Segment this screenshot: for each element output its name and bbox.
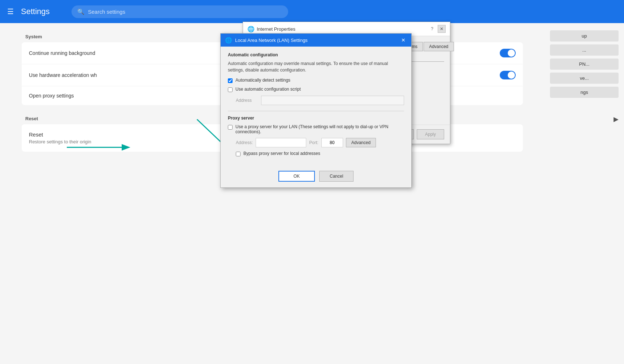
window-controls: ? ✕ (428, 25, 446, 33)
lan-dialog-titlebar: 🌐 Local Area Network (LAN) Settings ✕ (221, 34, 411, 47)
lan-dialog-title-text: Local Area Network (LAN) Settings (235, 38, 308, 43)
divider (228, 111, 404, 111)
auto-script-label: Use automatic configuration script (235, 87, 301, 92)
settings-right-panel: up ... PN... ve... ngs ▶ (545, 23, 624, 364)
auto-script-row: Use automatic configuration script (228, 87, 404, 92)
auto-script-checkbox[interactable] (228, 87, 233, 92)
address-label: Address (236, 98, 257, 103)
search-bar[interactable]: 🔍 Search settings (72, 5, 288, 18)
expand-icon[interactable]: ▶ (614, 115, 619, 123)
proxy-use-row: Use a proxy server for your LAN (These s… (228, 124, 404, 134)
bypass-label: Bypass proxy server for local addresses (243, 151, 320, 156)
close-win-btn[interactable]: ✕ (438, 25, 446, 33)
address-input[interactable] (261, 96, 404, 105)
right-btn-4[interactable]: ve... (550, 73, 619, 84)
right-btn-1[interactable]: up (550, 30, 619, 42)
ie-icon: 🌐 (247, 26, 255, 32)
right-btn-5[interactable]: ngs (550, 87, 619, 98)
lan-titlebar-left: 🌐 Local Area Network (LAN) Settings (225, 37, 308, 44)
bypass-row: Bypass proxy server for local addresses (236, 151, 404, 156)
settings-title: Settings (21, 7, 50, 16)
auto-detect-label: Automatically detect settings (235, 78, 290, 83)
lan-dialog-icon: 🌐 (225, 37, 232, 44)
proxy-section-title: Proxy server (228, 116, 404, 121)
address-row: Address (236, 96, 404, 105)
proxy-port-label: Port: (309, 140, 318, 145)
right-btn-2[interactable]: ... (550, 44, 619, 56)
background-text: Continue running background (29, 50, 95, 56)
help-btn[interactable]: ? (428, 25, 436, 33)
proxy-text: Open proxy settings (29, 93, 74, 99)
proxy-address-row: Address: Port: Advanced (236, 138, 404, 147)
lan-cancel-btn[interactable]: Cancel (319, 171, 354, 182)
auto-config-desc: Automatic configuration may override man… (228, 60, 404, 73)
right-btn-3[interactable]: PN... (550, 58, 619, 70)
lan-dialog-buttons: OK Cancel (221, 166, 411, 187)
bypass-checkbox[interactable] (236, 152, 240, 156)
left-arrow (67, 140, 139, 155)
auto-detect-checkbox[interactable] (228, 78, 233, 83)
search-icon: 🔍 (77, 8, 84, 15)
lan-ok-btn[interactable]: OK (278, 171, 315, 182)
proxy-use-label: Use a proxy server for your LAN (These s… (235, 124, 404, 134)
lan-settings-dialog: 🌐 Local Area Network (LAN) Settings ✕ Au… (220, 33, 412, 188)
tab-advanced[interactable]: Advanced (424, 42, 454, 51)
settings-header: ☰ Settings 🔍 Search settings (0, 0, 624, 23)
search-placeholder: Search settings (88, 9, 125, 15)
menu-icon[interactable]: ☰ (7, 7, 14, 16)
proxy-address-label: Address: (236, 140, 253, 145)
titlebar-left: 🌐 Internet Properties (247, 26, 295, 32)
internet-properties-title: Internet Properties (257, 26, 295, 32)
background-toggle[interactable] (500, 49, 516, 57)
auto-detect-row: Automatically detect settings (228, 78, 404, 83)
hardware-text: Use hardware acceleration wh (29, 72, 97, 78)
hardware-toggle[interactable] (500, 71, 516, 79)
ip-apply-btn[interactable]: Apply (417, 129, 444, 139)
auto-config-title: Automatic configuration (228, 52, 404, 57)
lan-dialog-close-btn[interactable]: ✕ (400, 36, 407, 44)
lan-dialog-body: Automatic configuration Automatic config… (221, 47, 411, 166)
proxy-port-input[interactable] (321, 138, 343, 147)
advanced-btn[interactable]: Advanced (346, 138, 376, 147)
proxy-address-input[interactable] (256, 138, 306, 147)
proxy-use-checkbox[interactable] (228, 125, 233, 130)
